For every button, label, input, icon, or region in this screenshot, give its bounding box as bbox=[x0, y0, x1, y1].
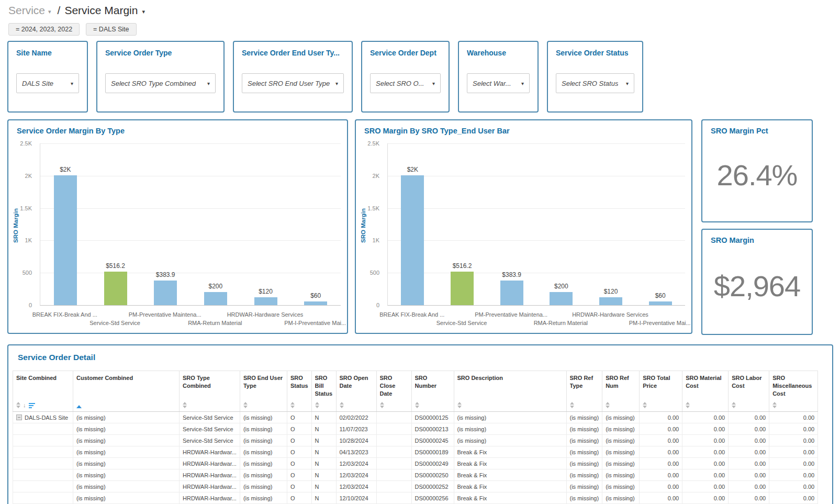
cell-sro-status: O bbox=[287, 458, 311, 469]
sort-icon[interactable] bbox=[643, 402, 647, 408]
sort-descending-icon[interactable]: ↓ bbox=[23, 402, 26, 408]
bar[interactable] bbox=[451, 272, 474, 305]
column-header-sro-open-date[interactable]: SRO Open Date bbox=[336, 371, 376, 412]
cell-sro-close-date bbox=[376, 458, 411, 469]
chevron-down-icon[interactable]: ▾ bbox=[48, 8, 51, 15]
cell-text: 0.00 bbox=[755, 472, 766, 478]
breadcrumb-current[interactable]: Service Margin bbox=[64, 4, 138, 17]
sort-icon[interactable] bbox=[290, 402, 295, 408]
bar[interactable] bbox=[104, 272, 127, 305]
column-header-sro-number[interactable]: SRO Number bbox=[411, 371, 454, 412]
column-header-sro-material-cost[interactable]: SRO Material Cost bbox=[682, 371, 729, 412]
cell-text: 04/13/2023 bbox=[340, 449, 368, 455]
sort-ascending-active-icon[interactable] bbox=[76, 405, 82, 408]
column-header-sro-description[interactable]: SRO Description bbox=[454, 371, 566, 412]
filter-chip[interactable]: = 2024, 2023, 2022 bbox=[8, 23, 80, 36]
sort-icon[interactable] bbox=[732, 402, 736, 408]
cell-customer-combined: (is missing) bbox=[73, 446, 180, 458]
chevron-down-icon[interactable]: ▾ bbox=[142, 8, 145, 15]
sort-icon[interactable] bbox=[183, 402, 187, 408]
filter-dropdown[interactable]: DALS Site▾ bbox=[16, 73, 79, 93]
column-header-sro-ref-num[interactable]: SRO Ref Num bbox=[602, 371, 640, 412]
cell-sro-ref-num: (is missing) bbox=[602, 412, 640, 423]
sort-controls bbox=[243, 402, 248, 408]
column-header-sro-miscellaneous-cost[interactable]: SRO Miscellaneous Cost bbox=[769, 371, 818, 412]
column-header-sro-type-combined[interactable]: SRO Type Combined bbox=[180, 371, 240, 412]
bar[interactable] bbox=[599, 297, 622, 305]
sort-icon[interactable] bbox=[16, 402, 20, 408]
filter-dropdown[interactable]: Select SRO Status▾ bbox=[556, 73, 634, 93]
cell-site-combined: DALS-DALS Site bbox=[13, 412, 73, 423]
table-scroll-area[interactable]: Site Combined↓Customer CombinedSRO Type … bbox=[13, 371, 828, 504]
cell-sro-type-combined: HRDWAR-Hardwar... bbox=[180, 492, 240, 504]
column-header-sro-bill-status[interactable]: SRO Bill Status bbox=[311, 371, 336, 412]
gridline bbox=[388, 273, 685, 273]
table-row: (is missing)Service-Std Service(is missi… bbox=[13, 435, 818, 446]
bar[interactable] bbox=[550, 292, 573, 305]
cell-sro-miscellaneous-cost: 0.00 bbox=[769, 412, 818, 423]
cell-text: 0.00 bbox=[803, 472, 814, 478]
sort-icon[interactable] bbox=[606, 402, 610, 408]
cell-text: (is missing) bbox=[76, 472, 106, 478]
gridline bbox=[40, 240, 341, 241]
y-tick-label: 1K bbox=[25, 237, 32, 243]
breadcrumb-parent[interactable]: Service bbox=[8, 4, 45, 17]
column-header-label: SRO Miscellaneous Cost bbox=[772, 374, 814, 398]
cell-text: (is missing) bbox=[606, 484, 635, 490]
sort-icon[interactable] bbox=[686, 402, 690, 408]
bar[interactable] bbox=[204, 292, 227, 305]
group-sort-icon[interactable] bbox=[29, 403, 35, 408]
cell-sro-close-date bbox=[376, 481, 411, 492]
bar[interactable] bbox=[54, 175, 77, 305]
filter-dropdown[interactable]: Select SRO Type Combined▾ bbox=[105, 73, 216, 93]
bar[interactable] bbox=[401, 175, 424, 305]
column-header-sro-status[interactable]: SRO Status bbox=[287, 371, 311, 412]
gridline bbox=[40, 273, 341, 273]
column-header-sro-end-user-type[interactable]: SRO End User Type bbox=[240, 371, 287, 412]
cell-text: (is missing) bbox=[243, 449, 273, 455]
cell-site-combined bbox=[13, 458, 73, 469]
filter-title: Site Name bbox=[16, 49, 79, 57]
sort-icon[interactable] bbox=[243, 402, 248, 408]
cell-sro-ref-num: (is missing) bbox=[602, 423, 640, 435]
column-header-sro-total-price[interactable]: SRO Total Price bbox=[640, 371, 682, 412]
cell-sro-type-combined: HRDWAR-Hardwar... bbox=[180, 481, 240, 492]
cell-text: Break & Fix bbox=[457, 449, 487, 455]
cell-text: 0.00 bbox=[714, 449, 725, 455]
collapse-icon[interactable] bbox=[16, 415, 22, 420]
sort-icon[interactable] bbox=[315, 402, 319, 408]
bar[interactable] bbox=[154, 281, 177, 305]
bar[interactable] bbox=[649, 301, 672, 305]
cell-sro-open-date: 12/03/2024 bbox=[336, 458, 376, 469]
filter-dropdown[interactable]: Select SRO End User Type▾ bbox=[242, 73, 344, 93]
cell-text: (is missing) bbox=[243, 426, 273, 432]
sort-icon[interactable] bbox=[340, 402, 344, 408]
filter-dropdown[interactable]: Select War...▾ bbox=[467, 73, 530, 93]
sort-icon[interactable] bbox=[415, 402, 419, 408]
sort-icon[interactable] bbox=[772, 402, 777, 408]
cell-sro-status: O bbox=[287, 446, 311, 458]
cell-text: O bbox=[290, 438, 295, 444]
service-order-detail-card: Service Order Detail Site Combined↓Custo… bbox=[7, 344, 833, 504]
filter-chip[interactable]: = DALS Site bbox=[86, 23, 136, 36]
sort-icon[interactable] bbox=[457, 402, 462, 408]
cell-sro-bill-status: N bbox=[311, 458, 336, 469]
bar[interactable] bbox=[500, 281, 523, 305]
cell-site-combined bbox=[13, 446, 73, 458]
filter-dropdown[interactable]: Select SRO O...▾ bbox=[370, 73, 441, 93]
column-header-sro-close-date[interactable]: SRO Close Date bbox=[376, 371, 411, 412]
cell-sro-end-user-type: (is missing) bbox=[240, 412, 287, 423]
cell-sro-description: Break & Fix bbox=[454, 458, 566, 469]
column-header-sro-labor-cost[interactable]: SRO Labor Cost bbox=[729, 371, 769, 412]
cell-sro-labor-cost: 0.00 bbox=[729, 412, 769, 423]
cell-sro-type-combined: Service-Std Service bbox=[180, 435, 240, 446]
column-header-sro-ref-type[interactable]: SRO Ref Type bbox=[566, 371, 602, 412]
column-header-site-combined[interactable]: Site Combined↓ bbox=[13, 371, 73, 412]
bar[interactable] bbox=[304, 301, 327, 305]
column-header-customer-combined[interactable]: Customer Combined bbox=[73, 371, 180, 412]
sort-icon[interactable] bbox=[380, 402, 384, 408]
filter-dropdown-value: Select SRO O... bbox=[376, 80, 424, 87]
gridline bbox=[40, 208, 341, 209]
sort-icon[interactable] bbox=[570, 402, 574, 408]
bar[interactable] bbox=[254, 297, 277, 305]
